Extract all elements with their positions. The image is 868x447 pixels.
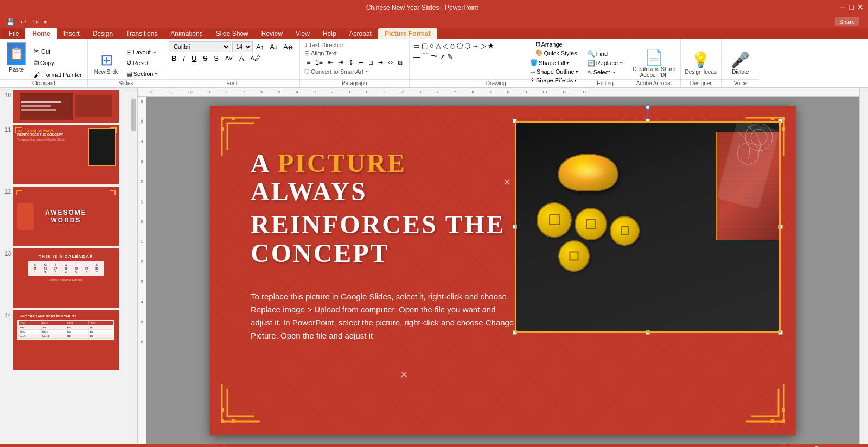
shadow-button[interactable]: S bbox=[211, 53, 221, 63]
decrease-indent-button[interactable]: ⇤ bbox=[326, 58, 335, 67]
redo-icon[interactable]: ↪ bbox=[30, 17, 40, 26]
cut-button[interactable]: ✂ Cut bbox=[31, 46, 84, 56]
create-share-pdf-button[interactable]: 📄 Create and Share Adobe PDF bbox=[633, 48, 676, 78]
close-icon[interactable]: ✕ bbox=[857, 3, 864, 12]
strikethrough-button[interactable]: S̶ bbox=[200, 53, 210, 63]
customize-qat-icon[interactable]: ▾ bbox=[42, 19, 48, 25]
tab-picture-format[interactable]: Picture Format bbox=[378, 28, 437, 39]
shapes-palette: ▭ ▢ ○ △ ◁ ◇ ⬠ ⬡ → ▷ ★ — ⌒ 〜 ↗ ✎ bbox=[413, 41, 500, 62]
slide-thumb-11[interactable]: 11 A PICTURE ALWAYS REINFORCES THE CONCE… bbox=[2, 125, 127, 184]
highlight-button[interactable]: A🖊 bbox=[248, 53, 263, 63]
decrease-font-button[interactable]: A↓ bbox=[267, 41, 280, 52]
pentagon-shape[interactable]: ⬠ bbox=[456, 41, 463, 50]
replace-button[interactable]: 🔄 Replace ~ bbox=[588, 60, 623, 67]
rect-shape[interactable]: ▭ bbox=[413, 41, 420, 50]
arrange-icon: ⊞ bbox=[535, 41, 540, 48]
slide-thumb-14[interactable]: 14 ...AND THE SAME GOES FOR TABLES ITEM … bbox=[2, 310, 127, 370]
underline-button[interactable]: U bbox=[189, 53, 199, 63]
align-left-button[interactable]: ⬅ bbox=[356, 58, 366, 67]
slide-thumb-13[interactable]: 13 THIS IS A CALENDAR S M T W T F S 25 bbox=[2, 248, 127, 308]
tab-transitions[interactable]: Transitions bbox=[119, 28, 164, 39]
svg-rect-1 bbox=[232, 117, 235, 120]
layout-button[interactable]: ⊟ Layout ~ bbox=[124, 47, 161, 57]
tab-file[interactable]: File bbox=[2, 28, 25, 39]
bullet-list-button[interactable]: ≡ bbox=[304, 58, 312, 67]
format-painter-button[interactable]: 🖌 Format Painter bbox=[31, 69, 84, 80]
tab-design[interactable]: Design bbox=[86, 28, 119, 39]
bold-button[interactable]: B bbox=[169, 53, 179, 63]
arc-shape[interactable]: ⌒ bbox=[422, 51, 430, 62]
save-icon[interactable]: 💾 bbox=[4, 18, 16, 26]
justify-button[interactable]: ⇔ bbox=[386, 58, 395, 67]
font-family-select[interactable]: Calibri bbox=[169, 41, 231, 52]
slide-body-text[interactable]: To replace this picture in Google Slides… bbox=[251, 290, 519, 342]
right-triangle-shape[interactable]: ◁ bbox=[442, 41, 449, 50]
quick-styles-button[interactable]: 🎨 Quick Styles bbox=[533, 49, 579, 57]
designer-group-label: Designer bbox=[681, 79, 721, 87]
zoom-out-button[interactable]: − bbox=[789, 445, 794, 448]
zoom-in-button[interactable]: + bbox=[843, 445, 847, 448]
minimize-icon[interactable]: ─ bbox=[840, 3, 846, 12]
connector-shape[interactable]: ↗ bbox=[439, 52, 446, 61]
spacing-button[interactable]: AV bbox=[222, 53, 235, 63]
slide-title[interactable]: A Picture Always Reinforces The Concept bbox=[251, 149, 519, 268]
callout-shape[interactable]: ▷ bbox=[480, 41, 487, 50]
tab-review[interactable]: Review bbox=[255, 28, 289, 39]
x-mark-2[interactable]: ✕ bbox=[400, 369, 408, 381]
clear-format-button[interactable]: Aᵽ bbox=[281, 41, 295, 52]
scrollbar-thumb[interactable] bbox=[131, 99, 136, 131]
font-size-select[interactable]: 14 bbox=[232, 41, 253, 52]
tab-acrobat[interactable]: Acrobat bbox=[343, 28, 378, 39]
rounded-rect-shape[interactable]: ▢ bbox=[421, 41, 429, 50]
tab-insert[interactable]: Insert bbox=[57, 28, 86, 39]
section-button[interactable]: ▤ Section ~ bbox=[124, 69, 161, 79]
copy-button[interactable]: ⧉ Copy bbox=[31, 58, 84, 68]
star-shape[interactable]: ★ bbox=[487, 41, 495, 50]
svg-rect-7 bbox=[232, 419, 235, 423]
find-button[interactable]: 🔍 Find bbox=[588, 50, 623, 58]
increase-font-button[interactable]: A↑ bbox=[254, 41, 266, 52]
svg-rect-10 bbox=[771, 419, 774, 423]
hexagon-shape[interactable]: ⬡ bbox=[464, 41, 471, 50]
rotate-line bbox=[648, 110, 648, 119]
slide-canvas[interactable]: ✕ ✕ A Picture Always Reinforces The Conc… bbox=[210, 106, 796, 435]
align-right-button[interactable]: ➡ bbox=[376, 58, 385, 67]
view-normal-button[interactable]: ⊟ bbox=[757, 445, 763, 448]
col-button[interactable]: ⊠ bbox=[395, 58, 405, 67]
share-button[interactable]: Share bbox=[835, 17, 859, 26]
arrow-shape[interactable]: → bbox=[471, 41, 480, 50]
undo-icon[interactable]: ↩ bbox=[18, 17, 28, 26]
shape-outline-button[interactable]: ▭ Shape Outline ▾ bbox=[529, 67, 579, 75]
font-color-button[interactable]: A bbox=[237, 53, 247, 63]
reset-button[interactable]: ↺ Reset bbox=[124, 58, 161, 68]
numbered-list-button[interactable]: 1≡ bbox=[313, 58, 325, 67]
circle-shape[interactable]: ○ bbox=[429, 41, 435, 50]
triangle-shape[interactable]: △ bbox=[435, 41, 442, 50]
shape-fill-button[interactable]: 🪣 Shape Fill ▾ bbox=[529, 59, 579, 67]
window-controls: ─ □ ✕ bbox=[840, 3, 864, 12]
maximize-icon[interactable]: □ bbox=[850, 3, 854, 12]
freeform-shape[interactable]: ✎ bbox=[446, 52, 454, 61]
tab-help[interactable]: Help bbox=[316, 28, 343, 39]
tab-slideshow[interactable]: Slide Show bbox=[209, 28, 255, 39]
tab-animations[interactable]: Animations bbox=[164, 28, 209, 39]
diamond-shape[interactable]: ◇ bbox=[449, 41, 456, 50]
tab-home[interactable]: Home bbox=[25, 28, 56, 39]
view-reading-button[interactable]: ⊡ bbox=[775, 445, 781, 448]
italic-button[interactable]: I bbox=[180, 53, 188, 63]
image-container[interactable] bbox=[515, 121, 781, 333]
slide-thumb-10[interactable]: 10 bbox=[2, 90, 127, 123]
increase-indent-button[interactable]: ⇥ bbox=[336, 58, 346, 67]
slide-panel-scrollbar[interactable] bbox=[130, 88, 138, 444]
tab-view[interactable]: View bbox=[289, 28, 316, 39]
view-slide-show-button[interactable]: ▶ bbox=[767, 445, 772, 448]
slide-thumb-12[interactable]: 12 AWESOMEWORDS bbox=[2, 187, 127, 246]
line-shape[interactable]: — bbox=[413, 52, 421, 61]
align-center-button[interactable]: ⊡ bbox=[366, 58, 375, 67]
arrange-button[interactable]: ⊞ Arrange bbox=[533, 40, 579, 48]
dictate-button[interactable]: 🎤 Dictate bbox=[731, 51, 750, 75]
curve-shape[interactable]: 〜 bbox=[430, 51, 438, 62]
design-ideas-button[interactable]: 💡 Design Ideas bbox=[685, 51, 717, 75]
col-spacing-button[interactable]: ⇕ bbox=[346, 58, 356, 67]
select-button[interactable]: ↖ Select ~ bbox=[588, 69, 623, 76]
